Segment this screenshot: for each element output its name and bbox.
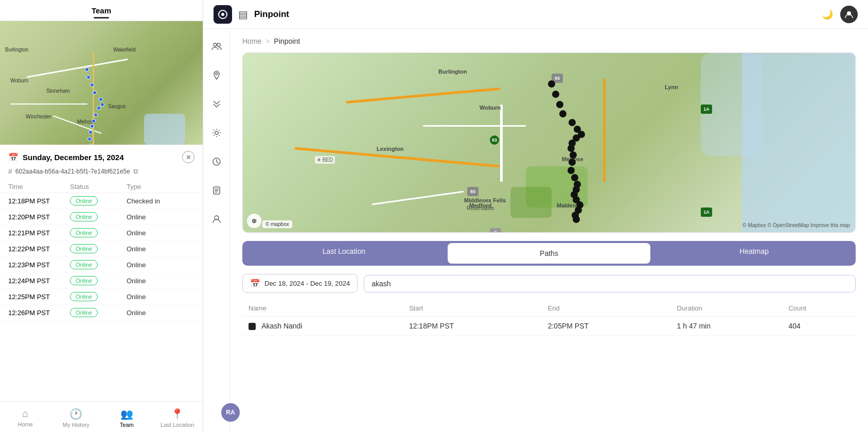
team-icon: 👥 xyxy=(120,408,133,420)
header-bar xyxy=(94,17,109,19)
nav-team[interactable]: 👥 Team xyxy=(101,406,152,430)
sidebar-nav-tasks[interactable] xyxy=(207,181,226,200)
filter-row: 📅 Dec 18, 2024 - Dec 19, 2024 xyxy=(242,274,856,293)
status-cell: Online xyxy=(70,260,127,269)
status-cell: Online xyxy=(70,212,127,221)
theme-toggle-icon[interactable]: 🌙 xyxy=(822,9,833,20)
breadcrumb: Home > Pinpoint xyxy=(242,37,856,45)
nav-last-location-label: Last Location xyxy=(161,422,194,428)
type-cell: Online xyxy=(127,229,194,237)
team-title: Team xyxy=(92,6,111,15)
type-cell: Online xyxy=(127,293,194,301)
calendar-icon: 📅 xyxy=(8,152,19,162)
time-cell: 12:25PM PST xyxy=(8,293,70,301)
color-swatch xyxy=(249,323,256,330)
table-row: 12:23PM PST Online Online xyxy=(0,257,203,273)
nav-history-label: My History xyxy=(63,422,90,428)
date-text: Sunday, December 15, 2024 xyxy=(23,153,182,162)
sidebar-nav-location[interactable] xyxy=(207,66,226,84)
sidebar-nav-settings[interactable] xyxy=(207,124,226,142)
col-name: Name xyxy=(242,300,403,317)
table-row: 12:20PM PST Online Online xyxy=(0,209,203,225)
sidebar-nav-profile[interactable] xyxy=(207,210,226,229)
svg-point-4 xyxy=(217,43,220,46)
nav-last-location[interactable]: 📍 Last Location xyxy=(152,406,203,430)
close-button[interactable]: ✕ xyxy=(182,151,194,163)
table-row: 12:24PM PST Online Online xyxy=(0,273,203,289)
status-cell: Online xyxy=(70,276,127,285)
col-duration: Duration xyxy=(671,300,783,317)
status-cell: Online xyxy=(70,196,127,205)
app-logo xyxy=(214,5,232,24)
tab-last-location[interactable]: Last Location xyxy=(242,241,446,266)
nav-team-label: Team xyxy=(120,422,134,428)
calendar-filter-icon: 📅 xyxy=(250,279,260,288)
date-row: 📅 Sunday, December 15, 2024 ✕ xyxy=(0,145,203,167)
breadcrumb-home[interactable]: Home xyxy=(242,37,261,45)
copy-icon[interactable]: ⧉ xyxy=(133,167,138,176)
mini-map: Burlington Wakefield Woburn Stoneham Sau… xyxy=(0,21,203,145)
sidebar-nav xyxy=(203,29,230,432)
top-bar: ▤ Pinpoint 🌙 xyxy=(203,0,868,29)
main-map-container: Burlington Woburn Lexington Melrose Medf… xyxy=(242,53,856,233)
ra-avatar[interactable]: RA xyxy=(221,403,240,422)
time-cell: 12:24PM PST xyxy=(8,277,70,285)
table-row: 12:25PM PST Online Online xyxy=(0,289,203,305)
nav-history[interactable]: 🕐 My History xyxy=(51,406,102,430)
type-cell: Online xyxy=(127,309,194,317)
result-name: Akash Nandi xyxy=(242,317,403,336)
tab-paths[interactable]: Paths xyxy=(448,243,651,264)
col-end: End xyxy=(542,300,671,317)
result-duration: 1 h 47 min xyxy=(671,317,783,336)
events-table: 12:18PM PST Online Checked in 12:20PM PS… xyxy=(0,193,203,401)
nav-home-label: Home xyxy=(18,421,33,427)
time-cell: 12:21PM PST xyxy=(8,229,70,237)
tab-heatmap[interactable]: Heatmap xyxy=(652,241,856,266)
sidebar-nav-team[interactable] xyxy=(207,37,226,56)
svg-point-5 xyxy=(216,73,218,75)
status-cell: Online xyxy=(70,228,127,237)
breadcrumb-current: Pinpoint xyxy=(274,37,300,45)
bottom-nav: ⌂ Home 🕐 My History 👥 Team 📍 Last Locati… xyxy=(0,401,203,432)
history-icon: 🕐 xyxy=(69,408,82,420)
search-input[interactable] xyxy=(364,275,856,292)
sidebar-nav-history[interactable] xyxy=(207,152,226,171)
table-row: 12:21PM PST Online Online xyxy=(0,225,203,241)
nav-home[interactable]: ⌂ Home xyxy=(0,406,51,430)
panel-title: Team xyxy=(0,0,203,21)
table-row: 12:22PM PST Online Online xyxy=(0,241,203,257)
type-cell: Online xyxy=(127,277,194,285)
time-cell: 12:22PM PST xyxy=(8,245,70,253)
tabs-row: Last Location Paths Heatmap xyxy=(242,241,856,266)
sidebar-nav-routes[interactable] xyxy=(207,95,226,113)
app-title: Pinpoint xyxy=(254,9,816,20)
type-cell: Online xyxy=(127,213,194,221)
status-cell: Online xyxy=(70,244,127,253)
main-map: Burlington Woburn Lexington Melrose Medf… xyxy=(243,53,855,232)
table-header: Time Status Type xyxy=(0,181,203,193)
col-type: Type xyxy=(127,183,194,191)
result-end: 2:05PM PST xyxy=(542,317,671,336)
svg-point-3 xyxy=(214,43,217,46)
col-count: Count xyxy=(782,300,856,317)
type-cell: Online xyxy=(127,245,194,253)
sidebar-toggle-icon[interactable]: ▤ xyxy=(238,8,248,21)
type-cell: Checked in xyxy=(127,197,194,205)
location-icon: 📍 xyxy=(171,408,184,420)
table-row: 12:18PM PST Online Checked in xyxy=(0,193,203,209)
top-bar-right: 🌙 xyxy=(822,6,858,23)
result-count: 404 xyxy=(782,317,856,336)
svg-point-1 xyxy=(221,13,224,16)
compass: ⊕ xyxy=(247,214,261,228)
date-range-filter[interactable]: 📅 Dec 18, 2024 - Dec 19, 2024 xyxy=(242,274,358,293)
col-status: Status xyxy=(70,183,127,191)
user-avatar[interactable] xyxy=(840,6,858,23)
content-area: Home > Pinpoint xyxy=(203,29,868,432)
svg-point-6 xyxy=(215,131,218,134)
date-range-value: Dec 18, 2024 - Dec 19, 2024 xyxy=(264,280,350,287)
hash-row: # 602aa4aa-b56a-4a21-b5f1-7e14bf621e5e ⧉ xyxy=(0,167,203,181)
right-panel: ▤ Pinpoint 🌙 xyxy=(203,0,868,432)
result-start: 12:18PM PST xyxy=(403,317,542,336)
breadcrumb-separator: > xyxy=(265,37,270,45)
hash-value: 602aa4aa-b56a-4a21-b5f1-7e14bf621e5e xyxy=(15,168,130,175)
